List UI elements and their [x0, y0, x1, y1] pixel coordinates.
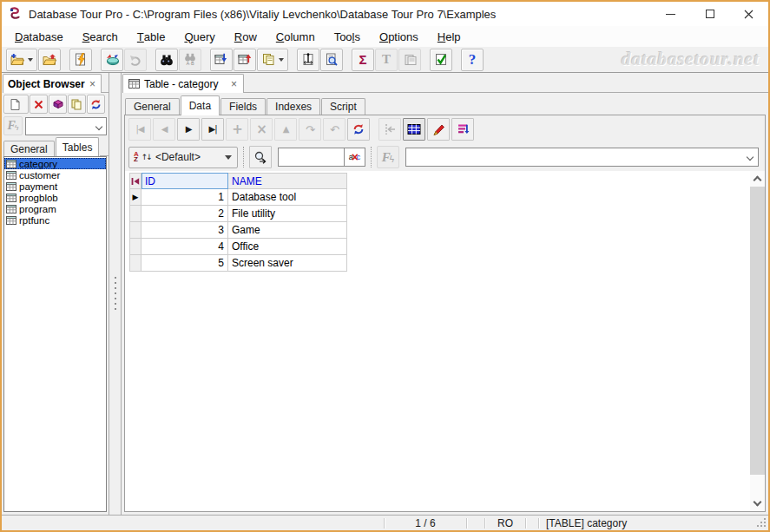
cell-name[interactable]: Database tool [228, 189, 347, 206]
cell-name[interactable]: File utility [228, 206, 347, 222]
open-database-button[interactable] [6, 49, 37, 71]
export-table-button[interactable] [234, 49, 256, 71]
vertical-scrollbar[interactable] [750, 171, 765, 511]
cell-id[interactable]: 5 [141, 255, 228, 272]
list-item-progblob[interactable]: progblob [4, 192, 106, 203]
clear-search-button[interactable]: a×c [344, 148, 365, 167]
cell-name[interactable]: Office [228, 239, 347, 255]
table-row[interactable]: 3 Game [129, 222, 347, 239]
text-format-button[interactable]: T [375, 49, 398, 71]
list-item-category[interactable]: category [4, 158, 106, 169]
table-row[interactable]: 5 Screen saver [129, 255, 347, 272]
next-record-button[interactable]: ▶ [177, 118, 200, 141]
scrollbar-thumb[interactable] [750, 187, 765, 475]
list-item-customer[interactable]: customer [4, 169, 106, 181]
freeze-columns-button[interactable] [378, 118, 401, 141]
cancel-edit-button[interactable]: ↶ [323, 118, 346, 141]
filter-expression-combobox[interactable] [405, 148, 759, 167]
list-item-program[interactable]: program [4, 203, 106, 214]
copy-object-button[interactable] [68, 95, 86, 114]
undo-button[interactable] [124, 49, 147, 71]
close-icon[interactable]: × [89, 79, 96, 89]
close-icon[interactable]: × [230, 79, 238, 89]
tab-general[interactable]: General [125, 98, 180, 115]
object-filter-button[interactable]: Fϟ [3, 116, 23, 135]
tab-fields[interactable]: Fields [220, 98, 266, 115]
edit-record-button[interactable]: ▲ [274, 118, 297, 141]
scrollbar-track[interactable] [750, 186, 765, 496]
list-item-rptfunc[interactable]: rptfunc [4, 214, 106, 226]
panel-splitter[interactable] [109, 73, 121, 515]
table-row[interactable]: 4 Office [129, 239, 347, 255]
menu-help[interactable]: Help [428, 26, 471, 47]
object-structure-button[interactable] [49, 95, 67, 114]
color-scheme-button[interactable] [427, 118, 450, 141]
column-header-name[interactable]: NAME [228, 173, 347, 189]
tab-tables[interactable]: Tables [56, 137, 100, 156]
table-row[interactable]: ▶ 1 Database tool [129, 189, 347, 206]
help-button[interactable]: ? [461, 49, 484, 71]
refresh-connection-button[interactable] [101, 49, 123, 71]
cell-id[interactable]: 4 [141, 239, 228, 255]
sort-order-combobox[interactable]: AZ ↑↓ <Default> [128, 147, 238, 168]
cell-id[interactable]: 2 [141, 206, 228, 222]
column-header-id[interactable]: ID [141, 173, 228, 189]
sigma-icon: Σ [359, 53, 366, 66]
document-tab-table-category[interactable]: Table - category × [122, 74, 244, 93]
minimize-button[interactable] [651, 2, 690, 26]
menu-row[interactable]: Row [225, 26, 267, 47]
table-row[interactable]: 2 File utility [129, 206, 347, 222]
print-preview-button[interactable] [320, 49, 343, 71]
copy-data-button[interactable] [257, 49, 288, 71]
object-browser-tab[interactable]: Object Browser × [3, 74, 102, 93]
prior-record-button[interactable]: ◀ [153, 118, 175, 141]
tab-data[interactable]: Data [181, 95, 220, 115]
delete-record-button[interactable]: × [250, 118, 273, 141]
new-object-button[interactable] [3, 95, 29, 114]
refresh-list-button[interactable] [87, 95, 105, 114]
cell-id[interactable]: 3 [141, 222, 228, 239]
tab-script[interactable]: Script [321, 98, 365, 115]
sql-editor-button[interactable] [69, 49, 92, 71]
tab-indexes[interactable]: Indexes [267, 98, 320, 115]
check-data-button[interactable] [430, 49, 452, 71]
memo-view-button[interactable] [398, 49, 421, 71]
last-record-button[interactable]: ▶| [201, 118, 224, 141]
import-table-button[interactable] [210, 49, 233, 71]
refresh-data-button[interactable] [347, 118, 370, 141]
list-item-payment[interactable]: payment [4, 181, 106, 192]
new-object-icon [10, 99, 20, 110]
menu-search[interactable]: Search [73, 26, 128, 47]
grid-view-button[interactable] [403, 118, 425, 141]
print-record-button[interactable] [297, 49, 319, 71]
object-browser-tabstrip: Object Browser × [2, 73, 109, 93]
menu-column[interactable]: Column [267, 26, 325, 47]
maximize-button[interactable] [690, 2, 729, 26]
document-tabstrip: Table - category × [122, 73, 768, 93]
custom-sort-button[interactable] [451, 118, 474, 141]
aggregate-sum-button[interactable]: Σ [352, 49, 374, 71]
cell-name[interactable]: Game [228, 222, 347, 239]
scroll-down-button[interactable] [750, 496, 765, 511]
menu-tools[interactable]: Tools [325, 26, 370, 47]
menu-database[interactable]: Database [5, 26, 73, 47]
menu-table[interactable]: Table [128, 26, 175, 47]
menu-query[interactable]: Query [174, 26, 224, 47]
data-filter-button[interactable]: Fϟ [377, 146, 399, 168]
close-button[interactable] [729, 2, 768, 26]
cell-name[interactable]: Screen saver [228, 255, 347, 272]
object-filter-combobox[interactable] [25, 117, 107, 135]
replace-button[interactable]: A·B [179, 49, 201, 71]
first-record-button[interactable]: |◀ [128, 118, 151, 141]
scroll-up-button[interactable] [750, 171, 765, 186]
tab-general[interactable]: General [3, 141, 55, 156]
reopen-database-button[interactable] [38, 49, 61, 71]
cell-id[interactable]: 1 [141, 189, 228, 206]
find-button[interactable] [155, 49, 178, 71]
insert-record-button[interactable]: + [226, 118, 248, 141]
menu-options[interactable]: Options [370, 26, 428, 47]
quick-search-input[interactable] [278, 148, 344, 167]
delete-object-button[interactable] [30, 95, 48, 114]
locate-record-button[interactable] [249, 146, 272, 168]
post-edit-button[interactable]: ↷ [299, 118, 321, 141]
